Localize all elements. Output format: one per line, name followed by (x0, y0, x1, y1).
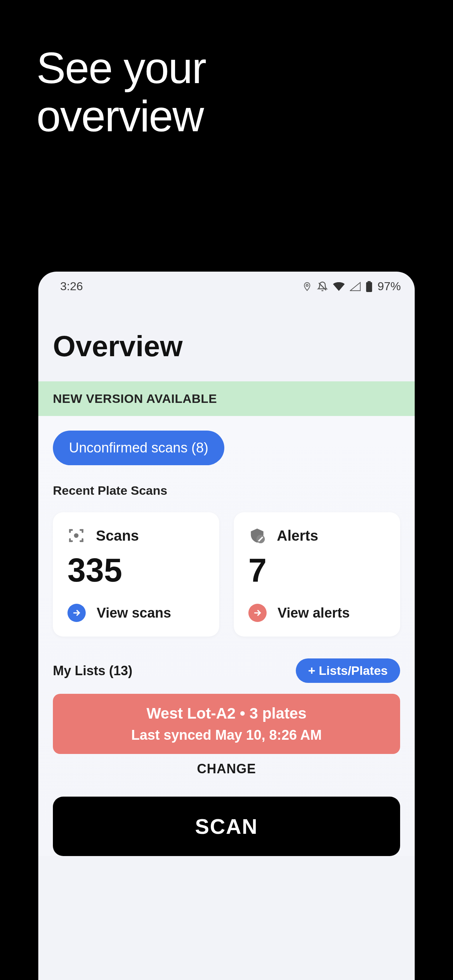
scans-card[interactable]: Scans 335 View scans (53, 512, 219, 636)
heading-line-2: overview (37, 92, 204, 140)
notification-off-icon (317, 281, 328, 292)
view-scans-action[interactable]: View scans (67, 604, 205, 622)
active-list-title: West Lot-A2 • 3 plates (67, 705, 386, 722)
shield-alert-icon (248, 527, 266, 544)
svg-point-4 (75, 534, 78, 537)
scans-count: 335 (67, 552, 205, 589)
location-icon (302, 281, 312, 293)
arrow-right-icon (248, 604, 266, 622)
battery-icon (366, 281, 372, 292)
view-scans-label: View scans (97, 605, 171, 621)
add-lists-plates-button[interactable]: + Lists/Plates (296, 659, 400, 683)
scans-title: Scans (96, 528, 139, 544)
view-alerts-label: View alerts (278, 605, 350, 621)
active-list-card[interactable]: West Lot-A2 • 3 plates Last synced May 1… (53, 694, 400, 754)
stats-cards: Scans 335 View scans Alerts 7 (53, 512, 400, 636)
status-icons: 97% (302, 280, 401, 293)
wifi-icon (333, 282, 345, 291)
page-title: Overview (38, 293, 415, 381)
phone-screen: 3:26 97% Overview NEW VERSION AVAILABLE … (38, 272, 415, 980)
view-alerts-action[interactable]: View alerts (248, 604, 386, 622)
change-button[interactable]: CHANGE (53, 761, 400, 776)
my-lists-label: My Lists (13) (53, 663, 132, 678)
svg-point-0 (306, 285, 308, 286)
unconfirmed-scans-chip[interactable]: Unconfirmed scans (8) (53, 431, 224, 465)
lists-header: My Lists (13) + Lists/Plates (53, 659, 400, 683)
svg-rect-3 (366, 282, 372, 292)
version-banner[interactable]: NEW VERSION AVAILABLE (38, 381, 415, 416)
heading-line-1: See your (37, 43, 206, 92)
active-list-synced: Last synced May 10, 8:26 AM (67, 727, 386, 743)
recent-scans-label: Recent Plate Scans (53, 484, 400, 498)
svg-rect-2 (368, 281, 370, 282)
arrow-right-icon (67, 604, 86, 622)
status-bar: 3:26 97% (38, 272, 415, 293)
status-time: 3:26 (60, 280, 83, 293)
marketing-heading: See your overview (0, 0, 453, 140)
alerts-title: Alerts (277, 528, 318, 544)
scan-target-icon (67, 527, 85, 544)
scan-button[interactable]: SCAN (53, 797, 400, 856)
content-area: Unconfirmed scans (8) Recent Plate Scans… (38, 416, 415, 856)
alerts-card[interactable]: Alerts 7 View alerts (234, 512, 400, 636)
battery-percentage: 97% (378, 280, 401, 293)
alerts-count: 7 (248, 552, 386, 589)
signal-icon (350, 282, 361, 291)
